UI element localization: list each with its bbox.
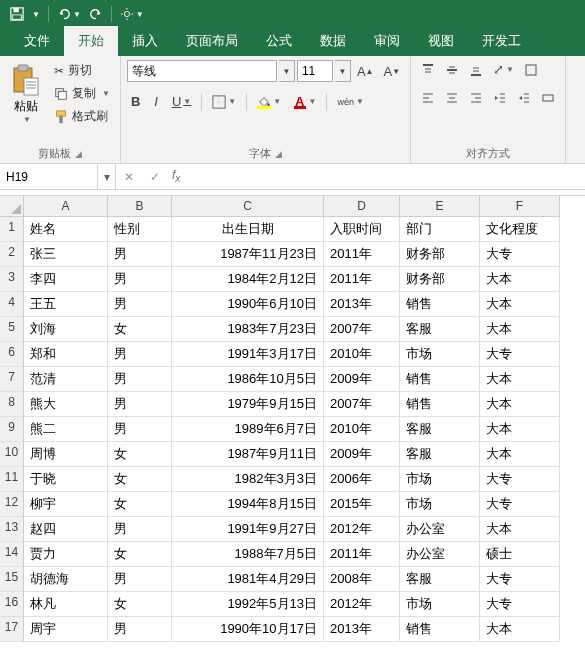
increase-indent-button[interactable] [513, 89, 535, 107]
cell[interactable]: 1990年10月17日 [172, 617, 324, 642]
cell[interactable]: 财务部 [400, 267, 480, 292]
cell[interactable]: 女 [108, 317, 172, 342]
cell[interactable]: 于晓 [24, 467, 108, 492]
cell[interactable]: 1990年6月10日 [172, 292, 324, 317]
cell[interactable]: 范清 [24, 367, 108, 392]
cell[interactable]: 1991年9月27日 [172, 517, 324, 542]
row-header[interactable]: 2 [0, 242, 24, 267]
cell[interactable]: 市场 [400, 492, 480, 517]
clipboard-launcher[interactable]: ◢ [75, 149, 82, 159]
cell[interactable]: 大专 [480, 342, 560, 367]
cell[interactable]: 男 [108, 267, 172, 292]
cell[interactable]: 2008年 [324, 567, 400, 592]
row-header[interactable]: 14 [0, 542, 24, 567]
tab-formulas[interactable]: 公式 [252, 26, 306, 56]
cancel-formula-button[interactable]: ✕ [116, 170, 142, 184]
row-header[interactable]: 9 [0, 417, 24, 442]
align-right-button[interactable] [465, 89, 487, 107]
cell[interactable]: 办公室 [400, 517, 480, 542]
cell[interactable]: 文化程度 [480, 217, 560, 242]
column-header[interactable]: F [480, 196, 560, 217]
cell[interactable]: 硕士 [480, 542, 560, 567]
cell[interactable]: 1991年3月17日 [172, 342, 324, 367]
cell[interactable]: 1987年9月11日 [172, 442, 324, 467]
cell[interactable]: 王五 [24, 292, 108, 317]
cell[interactable]: 郑和 [24, 342, 108, 367]
cell[interactable]: 2009年 [324, 442, 400, 467]
cell[interactable]: 贾力 [24, 542, 108, 567]
row-header[interactable]: 17 [0, 617, 24, 642]
font-color-button[interactable]: A ▼ [291, 92, 320, 111]
cell[interactable]: 2013年 [324, 292, 400, 317]
cell[interactable]: 2009年 [324, 367, 400, 392]
fill-color-button[interactable]: ▼ [253, 92, 285, 111]
cell[interactable]: 2006年 [324, 467, 400, 492]
cell[interactable]: 出生日期 [172, 217, 324, 242]
tab-insert[interactable]: 插入 [118, 26, 172, 56]
cell[interactable]: 1982年3月3日 [172, 467, 324, 492]
cell[interactable]: 办公室 [400, 542, 480, 567]
cell[interactable]: 2010年 [324, 342, 400, 367]
cell[interactable]: 张三 [24, 242, 108, 267]
cell[interactable]: 1984年2月12日 [172, 267, 324, 292]
paste-button[interactable]: 粘贴 ▼ [6, 60, 46, 126]
cell[interactable]: 大本 [480, 317, 560, 342]
cell[interactable]: 2012年 [324, 592, 400, 617]
touch-mode-button[interactable]: ▼ [120, 7, 144, 21]
cell[interactable]: 姓名 [24, 217, 108, 242]
cell[interactable]: 大本 [480, 517, 560, 542]
formula-input[interactable] [184, 164, 585, 189]
cell[interactable]: 1992年5月13日 [172, 592, 324, 617]
cell[interactable]: 大本 [480, 442, 560, 467]
align-top-button[interactable] [417, 60, 439, 79]
cell[interactable]: 2011年 [324, 542, 400, 567]
enter-formula-button[interactable]: ✓ [142, 170, 168, 184]
orientation-button[interactable]: ⤢▼ [489, 60, 518, 79]
cell[interactable]: 2015年 [324, 492, 400, 517]
cell[interactable]: 男 [108, 242, 172, 267]
cell[interactable]: 周宇 [24, 617, 108, 642]
cell[interactable]: 1987年11月23日 [172, 242, 324, 267]
cell[interactable]: 女 [108, 492, 172, 517]
select-all-corner[interactable] [0, 196, 24, 217]
cell[interactable]: 大专 [480, 467, 560, 492]
cell[interactable]: 大专 [480, 592, 560, 617]
cell[interactable]: 熊大 [24, 392, 108, 417]
cell[interactable]: 1979年9月15日 [172, 392, 324, 417]
align-bottom-button[interactable] [465, 60, 487, 79]
cell[interactable]: 销售 [400, 617, 480, 642]
wrap-text-button[interactable] [520, 60, 542, 79]
cell[interactable]: 2010年 [324, 417, 400, 442]
cell[interactable]: 部门 [400, 217, 480, 242]
font-name-combo[interactable] [127, 60, 277, 82]
name-box-dropdown[interactable]: ▾ [98, 164, 116, 189]
row-header[interactable]: 7 [0, 367, 24, 392]
cell[interactable]: 李四 [24, 267, 108, 292]
italic-button[interactable]: I [150, 92, 162, 111]
cell[interactable]: 女 [108, 467, 172, 492]
name-box[interactable] [0, 164, 98, 189]
cell[interactable]: 男 [108, 392, 172, 417]
cell[interactable]: 客服 [400, 567, 480, 592]
cell[interactable]: 周博 [24, 442, 108, 467]
tab-file[interactable]: 文件 [10, 26, 64, 56]
cell[interactable]: 销售 [400, 292, 480, 317]
column-header[interactable]: D [324, 196, 400, 217]
phonetic-button[interactable]: wén▼ [333, 95, 367, 109]
copy-button[interactable]: 复制▼ [50, 83, 114, 104]
cell[interactable]: 男 [108, 292, 172, 317]
row-header[interactable]: 6 [0, 342, 24, 367]
cell[interactable]: 男 [108, 617, 172, 642]
cell[interactable]: 女 [108, 442, 172, 467]
row-header[interactable]: 12 [0, 492, 24, 517]
row-header[interactable]: 4 [0, 292, 24, 317]
cell[interactable]: 男 [108, 517, 172, 542]
font-launcher[interactable]: ◢ [275, 149, 282, 159]
bold-button[interactable]: B [127, 92, 144, 111]
shrink-font-button[interactable]: A▼ [380, 62, 405, 81]
tab-pagelayout[interactable]: 页面布局 [172, 26, 252, 56]
cell[interactable]: 市场 [400, 467, 480, 492]
row-header[interactable]: 13 [0, 517, 24, 542]
cell[interactable]: 林凡 [24, 592, 108, 617]
spreadsheet-grid[interactable]: ABCDEF1姓名性别出生日期入职时间部门文化程度2张三男1987年11月23日… [0, 196, 585, 642]
